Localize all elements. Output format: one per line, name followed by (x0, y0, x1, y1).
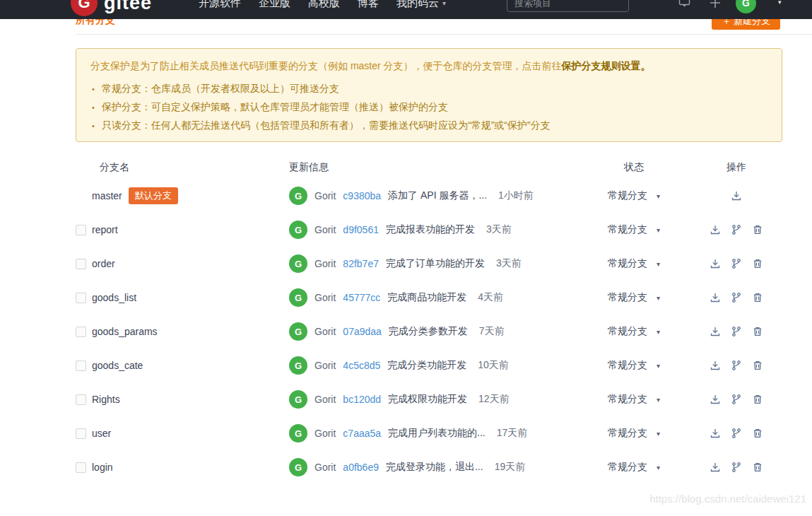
commit-hash-link[interactable]: c7aaa5a (343, 428, 381, 439)
delete-branch-button[interactable] (752, 326, 763, 337)
nav-item[interactable]: 企业版 (259, 0, 290, 10)
search-input[interactable] (507, 0, 629, 12)
merge-branch-button[interactable] (731, 462, 742, 473)
branch-name-link[interactable]: order (92, 258, 115, 269)
nav-item[interactable]: 高校版 (308, 0, 340, 10)
gitee-logo[interactable]: G gitee (71, 0, 152, 16)
gitee-logo-icon: G (71, 0, 98, 16)
commit-hash-link[interactable]: d9f0561 (343, 224, 379, 235)
branch-name-link[interactable]: master (92, 190, 122, 201)
branch-checkbox[interactable] (76, 259, 86, 269)
branch-status-dropdown[interactable]: 常规分支 ▾ (608, 393, 660, 406)
nav-item[interactable]: 我的码云▾ (396, 0, 446, 10)
branch-checkbox[interactable] (76, 225, 86, 235)
branch-status-dropdown[interactable]: 常规分支 ▾ (608, 461, 660, 474)
author-avatar[interactable]: G (289, 356, 307, 375)
branch-status-dropdown[interactable]: 常规分支 ▾ (608, 359, 660, 372)
delete-branch-button[interactable] (752, 224, 763, 235)
merge-branch-button[interactable] (731, 292, 742, 303)
branch-status-dropdown[interactable]: 常规分支 ▾ (608, 291, 660, 304)
commit-hash-link[interactable]: 45777cc (343, 292, 380, 303)
branch-name-link[interactable]: login (92, 462, 113, 473)
branch-status-dropdown[interactable]: 常规分支 ▾ (608, 257, 660, 270)
protection-rules-link[interactable]: 保护分支规则设置。 (562, 60, 651, 71)
commit-hash-link[interactable]: a0fb6e9 (343, 462, 379, 473)
branch-checkbox[interactable] (76, 360, 86, 371)
download-branch-button[interactable] (710, 394, 721, 405)
commit-hash-link[interactable]: 07a9daa (343, 326, 382, 337)
branch-checkbox[interactable] (76, 462, 86, 473)
nav-item-label: 博客 (358, 0, 379, 10)
author-avatar[interactable]: G (289, 187, 307, 205)
commit-message: 完成用户列表功能的... (388, 427, 486, 440)
branch-name-link[interactable]: goods_cate (92, 360, 143, 371)
branch-checkbox[interactable] (76, 293, 86, 303)
download-branch-button[interactable] (710, 360, 721, 371)
delete-branch-button[interactable] (752, 258, 763, 269)
commit-message: 完成报表功能的开发 (386, 223, 475, 236)
branch-status-dropdown[interactable]: 常规分支 ▾ (608, 189, 660, 202)
avatar-chevron-down-icon[interactable]: ▾ (778, 0, 782, 6)
author-avatar[interactable]: G (289, 390, 307, 409)
commit-hash-link[interactable]: 4c5c8d5 (343, 360, 380, 371)
nav-item-label: 开源软件 (199, 0, 241, 10)
branch-checkbox[interactable] (76, 327, 86, 337)
chevron-down-icon: ▾ (657, 430, 660, 438)
delete-branch-button[interactable] (752, 360, 763, 371)
merge-branch-button[interactable] (731, 394, 742, 405)
delete-branch-button[interactable] (752, 292, 763, 303)
commit-time: 4天前 (478, 291, 503, 304)
table-row: report G Gorit d9f0561 完成报表功能的开发 3天前 常规分… (76, 213, 782, 247)
author-name: Gorit (314, 292, 336, 303)
author-avatar[interactable]: G (289, 288, 307, 307)
branch-status-dropdown[interactable]: 常规分支 ▾ (608, 427, 660, 440)
commit-hash-link[interactable]: 82fb7e7 (343, 258, 379, 269)
author-name: Gorit (314, 428, 336, 439)
branch-status-dropdown[interactable]: 常规分支 ▾ (608, 325, 660, 338)
merge-branch-button[interactable] (731, 326, 742, 337)
table-row: goods_params G Gorit 07a9daa 完成分类参数开发 7天… (76, 315, 782, 348)
download-branch-button[interactable] (710, 224, 721, 235)
download-branch-button[interactable] (710, 292, 721, 303)
branch-status-dropdown[interactable]: 常规分支 ▾ (608, 223, 660, 236)
chevron-down-icon: ▾ (657, 328, 660, 336)
author-avatar[interactable]: G (289, 322, 307, 341)
download-branch-button[interactable] (710, 462, 721, 473)
plus-icon[interactable] (710, 0, 721, 8)
column-header-status: 状态 (577, 161, 690, 174)
user-avatar[interactable]: G (736, 0, 756, 13)
commit-message: 完成登录功能，退出... (386, 461, 483, 474)
branch-checkbox[interactable] (76, 428, 86, 439)
commit-hash-link[interactable]: bc120dd (343, 394, 381, 405)
author-avatar[interactable]: G (289, 458, 307, 476)
branch-table-header: 分支名 更新信息 状态 操作 (76, 156, 782, 179)
watermark-url: https://blog.csdn.net/caidewei121 (649, 493, 806, 505)
merge-branch-button[interactable] (731, 428, 742, 439)
table-row: goods_cate G Gorit 4c5c8d5 完成分类功能开发 10天前… (76, 348, 782, 382)
delete-branch-button[interactable] (752, 462, 763, 473)
delete-branch-button[interactable] (752, 428, 763, 439)
merge-branch-button[interactable] (731, 360, 742, 371)
download-branch-button[interactable] (710, 326, 721, 337)
branch-checkbox[interactable] (76, 394, 86, 405)
notice-bullet: 保护分支：可自定义保护策略，默认仓库管理员才能管理（推送）被保护的分支 (90, 98, 767, 116)
delete-branch-button[interactable] (752, 394, 763, 405)
merge-branch-button[interactable] (731, 258, 742, 269)
notifications-icon[interactable] (678, 0, 690, 8)
branch-name-link[interactable]: Rights (92, 394, 120, 405)
download-branch-button[interactable] (710, 428, 721, 439)
author-avatar[interactable]: G (289, 424, 307, 442)
download-branch-button[interactable] (710, 258, 721, 269)
download-branch-button[interactable] (731, 190, 742, 201)
commit-hash-link[interactable]: c9380ba (343, 190, 381, 201)
author-avatar[interactable]: G (289, 254, 307, 273)
branch-name-link[interactable]: report (92, 224, 118, 235)
gitee-logo-text: gitee (104, 0, 152, 14)
branch-name-link[interactable]: user (92, 428, 111, 439)
branch-name-link[interactable]: goods_params (92, 326, 158, 337)
branch-name-link[interactable]: goods_list (92, 292, 136, 303)
merge-branch-button[interactable] (731, 224, 742, 235)
nav-item[interactable]: 博客 (358, 0, 379, 10)
nav-item[interactable]: 开源软件 (199, 0, 241, 10)
author-avatar[interactable]: G (289, 221, 307, 239)
